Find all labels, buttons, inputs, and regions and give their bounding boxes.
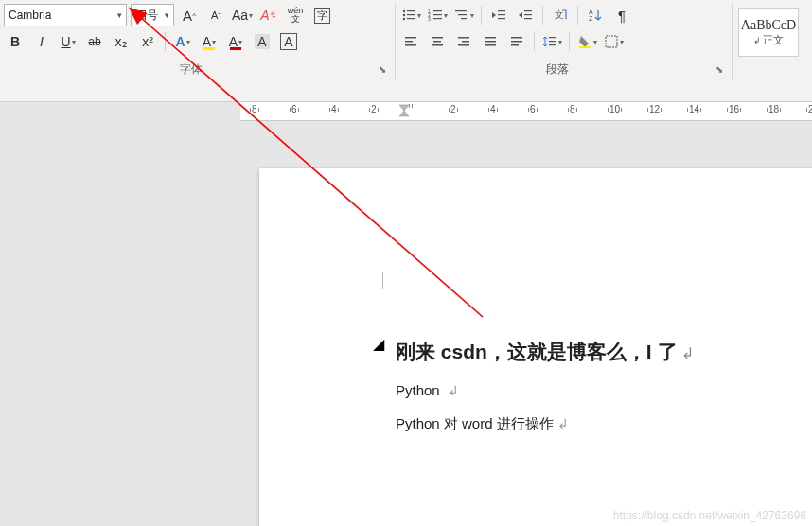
ruler-tick: 14 <box>687 104 701 114</box>
distribute-button[interactable] <box>505 30 528 53</box>
watermark-text: https://blog.csdn.net/weixin_42763696 <box>613 509 806 522</box>
font-color-button[interactable]: A▾ <box>224 30 247 53</box>
svg-rect-39 <box>549 37 556 38</box>
heading-line[interactable]: 刚来 csdn，这就是博客么，I 了↲ <box>396 339 812 365</box>
shrink-font-button[interactable]: Aˇ <box>204 4 227 26</box>
ruler-tick: 12 <box>647 104 662 114</box>
increase-indent-button[interactable] <box>514 4 537 26</box>
svg-rect-38 <box>511 44 519 46</box>
heading-bullet-icon: ◢ <box>373 335 384 353</box>
ruler-tick: 2 <box>449 104 458 114</box>
svg-rect-13 <box>458 14 467 15</box>
page[interactable]: ◢ 刚来 csdn，这就是博客么，I 了↲ Python ↲ Python 对 … <box>259 168 812 526</box>
ruler-tick: 10 <box>608 104 622 114</box>
svg-point-4 <box>402 18 404 20</box>
svg-rect-26 <box>405 44 416 46</box>
bullets-button[interactable]: ▾ <box>399 4 422 26</box>
ruler-tick: 18 <box>767 104 781 114</box>
underline-button[interactable]: U▾ <box>57 30 79 53</box>
group-font: Cambria▾ 四号▾ A^ Aˇ Aa▾ A↯ wén文 字 B I U▾ … <box>0 4 396 81</box>
svg-rect-33 <box>485 37 496 39</box>
separator <box>542 6 543 25</box>
line-spacing-button[interactable]: ▾ <box>540 30 563 53</box>
svg-rect-43 <box>606 36 617 47</box>
svg-rect-29 <box>432 44 443 46</box>
svg-point-0 <box>402 10 404 12</box>
align-right-button[interactable] <box>452 30 475 53</box>
ruler-tick: 6 <box>528 104 538 114</box>
separator <box>534 32 535 51</box>
ruler-tick: 16 <box>727 104 741 114</box>
return-mark-icon: ↲ <box>448 383 459 398</box>
para-2[interactable]: Python 对 word 进行操作↲ <box>396 415 812 433</box>
show-marks-button[interactable]: ¶ <box>610 4 633 26</box>
change-case-button[interactable]: Aa▾ <box>231 4 254 26</box>
text-effects-button[interactable]: A▾ <box>171 30 194 53</box>
svg-rect-9 <box>433 14 442 15</box>
shading-button[interactable]: ▾ <box>575 30 598 53</box>
grow-font-button[interactable]: A^ <box>178 4 201 26</box>
svg-rect-19 <box>524 14 532 15</box>
svg-rect-41 <box>549 44 556 45</box>
return-mark-icon: ↲ <box>557 416 569 431</box>
svg-rect-37 <box>511 41 522 43</box>
ruler-tick: 4 <box>329 104 339 114</box>
superscript-button[interactable]: x² <box>136 30 159 53</box>
char-border-button[interactable]: A <box>277 30 300 53</box>
font-size-combo[interactable]: 四号▾ <box>131 4 174 26</box>
svg-rect-15 <box>498 10 505 11</box>
svg-rect-12 <box>455 10 467 11</box>
ruler-tick: 8 <box>568 104 577 114</box>
subscript-button[interactable]: x₂ <box>110 30 132 53</box>
ruler-tick: 2 <box>369 104 379 114</box>
svg-rect-40 <box>549 41 556 42</box>
borders-button[interactable]: ▾ <box>602 30 625 53</box>
clear-format-button[interactable]: A↯ <box>257 4 280 26</box>
align-left-button[interactable] <box>399 30 422 53</box>
italic-button[interactable]: I <box>30 30 53 53</box>
font-dialog-launcher-icon[interactable]: ⬊ <box>376 63 389 77</box>
phonetic-guide-button[interactable]: wén文 <box>284 4 307 26</box>
strikethrough-button[interactable]: ab <box>83 30 106 53</box>
ruler-tick: 6 <box>290 104 299 114</box>
decrease-indent-button[interactable] <box>487 4 510 26</box>
font-name-combo[interactable]: Cambria▾ <box>4 4 127 26</box>
indent-marker-icon[interactable] <box>399 102 409 119</box>
para-dialog-launcher-icon[interactable]: ⬊ <box>713 63 726 77</box>
style-normal[interactable]: AaBbCcD ↲ 正文 <box>738 8 799 57</box>
svg-rect-25 <box>405 41 413 43</box>
align-center-button[interactable] <box>426 30 449 53</box>
font-group-label: 字体 <box>180 61 203 78</box>
svg-rect-7 <box>433 10 442 11</box>
separator <box>569 32 570 51</box>
horizontal-ruler[interactable]: 86422468101214161820 <box>240 102 812 121</box>
text-direction-button[interactable]: 文 <box>549 4 572 26</box>
svg-rect-36 <box>511 37 522 39</box>
svg-rect-16 <box>498 14 505 15</box>
svg-rect-35 <box>485 44 496 46</box>
highlight-button[interactable]: A▾ <box>198 30 221 53</box>
char-shading-button[interactable]: A <box>251 30 274 53</box>
para-1[interactable]: Python ↲ <box>396 382 812 398</box>
enclose-char-button[interactable]: 字 <box>310 4 333 26</box>
multilevel-button[interactable]: ▾ <box>452 4 475 26</box>
numbering-button[interactable]: 123▾ <box>426 4 449 26</box>
svg-text:3: 3 <box>428 16 431 22</box>
separator <box>165 32 166 51</box>
paragraph-group-label: 段落 <box>546 61 569 78</box>
document-area: ◢ 刚来 csdn，这就是博客么，I 了↲ Python ↲ Python 对 … <box>0 121 812 526</box>
separator <box>577 6 578 25</box>
ribbon: Cambria▾ 四号▾ A^ Aˇ Aa▾ A↯ wén文 字 B I U▾ … <box>0 0 812 102</box>
page-content[interactable]: 刚来 csdn，这就是博客么，I 了↲ Python ↲ Python 对 wo… <box>396 339 812 450</box>
bold-button[interactable]: B <box>4 30 26 53</box>
svg-rect-5 <box>407 18 415 19</box>
svg-rect-32 <box>458 44 469 46</box>
justify-button[interactable] <box>479 30 502 53</box>
sort-button[interactable]: AZ <box>584 4 607 26</box>
group-paragraph: ▾ 123▾ ▾ 文 AZ ¶ <box>396 4 733 81</box>
svg-rect-11 <box>433 18 442 19</box>
svg-point-2 <box>402 14 404 16</box>
svg-rect-31 <box>462 41 469 43</box>
svg-rect-28 <box>433 41 441 43</box>
ruler-tick <box>409 104 413 108</box>
